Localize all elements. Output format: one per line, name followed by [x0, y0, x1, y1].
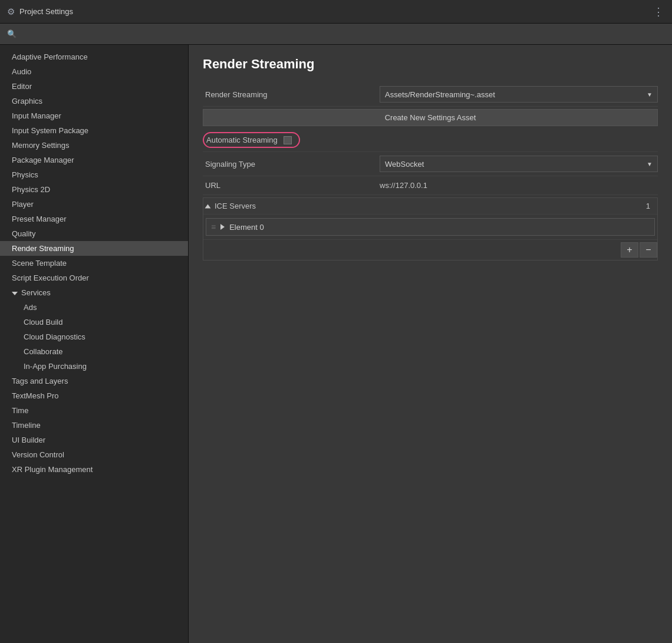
ice-servers-count: 1	[646, 202, 655, 210]
automatic-streaming-checkbox[interactable]	[284, 136, 292, 144]
sidebar-item-label: Preset Manager	[12, 215, 67, 223]
url-row: URL ws://127.0.0.1	[203, 176, 658, 195]
signaling-type-row: Signaling Type WebSocket ▼	[203, 152, 658, 176]
search-input[interactable]	[21, 29, 665, 38]
sidebar-item-version-control[interactable]: Version Control	[0, 447, 188, 462]
sidebar-item-audio[interactable]: Audio	[0, 64, 188, 79]
chevron-down-icon: ▼	[647, 91, 653, 98]
sidebar-item-tags-and-layers[interactable]: Tags and Layers	[0, 374, 188, 388]
sidebar-item-label: XR Plugin Management	[12, 465, 93, 474]
main-layout: Adaptive PerformanceAudioEditorGraphicsI…	[0, 45, 672, 643]
sidebar-item-collaborate[interactable]: Collaborate	[0, 344, 188, 359]
render-streaming-dropdown-value: Assets/RenderStreaming~.asset	[385, 90, 495, 99]
render-streaming-label: Render Streaming	[203, 90, 380, 99]
chevron-down-icon	[12, 288, 21, 297]
sidebar-item-label: Tags and Layers	[12, 377, 68, 385]
sidebar-item-quality[interactable]: Quality	[0, 226, 188, 241]
ice-servers-label: ICE Servers	[215, 202, 646, 210]
sidebar-item-label: Time	[12, 406, 28, 415]
sidebar-item-render-streaming[interactable]: Render Streaming	[0, 241, 188, 256]
sidebar-item-label: Physics	[12, 170, 38, 179]
sidebar-item-label: Ads	[24, 303, 37, 312]
sidebar-item-label: Input System Package	[12, 126, 88, 135]
sidebar-item-label: Graphics	[12, 97, 42, 105]
ice-servers-inner: ≡ Element 0	[203, 215, 657, 239]
sidebar-item-timeline[interactable]: Timeline	[0, 418, 188, 433]
sidebar-item-physics-2d[interactable]: Physics 2D	[0, 182, 188, 197]
sidebar-item-xr-plugin-management[interactable]: XR Plugin Management	[0, 462, 188, 477]
sidebar-item-textmesh-pro[interactable]: TextMesh Pro	[0, 388, 188, 403]
sidebar-item-adaptive-performance[interactable]: Adaptive Performance	[0, 50, 188, 64]
element-expand-icon[interactable]	[220, 224, 225, 230]
signaling-type-dropdown[interactable]: WebSocket ▼	[380, 156, 658, 172]
sidebar-item-label: Timeline	[12, 421, 41, 430]
sidebar-item-label: Audio	[12, 67, 31, 76]
sidebar-item-label: Cloud Diagnostics	[24, 332, 85, 341]
ice-element-0-row: ≡ Element 0	[206, 218, 655, 236]
sidebar-item-physics[interactable]: Physics	[0, 167, 188, 182]
remove-element-button[interactable]: −	[640, 242, 657, 258]
render-streaming-dropdown[interactable]: Assets/RenderStreaming~.asset ▼	[380, 86, 658, 103]
create-settings-row: Create New Settings Asset	[203, 107, 658, 128]
url-value: ws://127.0.0.1	[380, 181, 658, 190]
window-title: Project Settings	[19, 7, 73, 16]
sidebar-item-input-manager[interactable]: Input Manager	[0, 108, 188, 123]
element-0-label: Element 0	[229, 223, 650, 232]
title-bar: ⚙ Project Settings ⋮	[0, 0, 672, 24]
sidebar-item-label: TextMesh Pro	[12, 391, 58, 400]
ice-servers-block: ICE Servers 1 ≡ Element 0 + −	[203, 197, 658, 261]
settings-table: Render Streaming Assets/RenderStreaming~…	[203, 83, 658, 261]
sidebar-item-package-manager[interactable]: Package Manager	[0, 153, 188, 167]
sidebar-item-graphics[interactable]: Graphics	[0, 94, 188, 108]
drag-handle-icon[interactable]: ≡	[211, 222, 216, 232]
sidebar-item-label: Quality	[12, 229, 35, 238]
sidebar-item-label: Render Streaming	[12, 244, 74, 253]
search-icon: 🔍	[7, 29, 17, 38]
sidebar-item-label: Physics 2D	[12, 185, 50, 194]
sidebar-item-ui-builder[interactable]: UI Builder	[0, 433, 188, 447]
ice-servers-header[interactable]: ICE Servers 1	[203, 198, 657, 215]
sidebar-item-time[interactable]: Time	[0, 403, 188, 418]
signaling-type-value: WebSocket ▼	[380, 156, 658, 172]
sidebar-item-script-execution-order[interactable]: Script Execution Order	[0, 271, 188, 285]
render-streaming-row: Render Streaming Assets/RenderStreaming~…	[203, 83, 658, 107]
content-area: Render Streaming Render Streaming Assets…	[189, 45, 672, 643]
sidebar-item-scene-template[interactable]: Scene Template	[0, 256, 188, 271]
automatic-streaming-label: Automatic Streaming	[206, 136, 278, 144]
signaling-type-dropdown-value: WebSocket	[385, 160, 424, 169]
sidebar-item-label: Memory Settings	[12, 141, 70, 150]
chevron-down-icon: ▼	[647, 161, 653, 167]
sidebar-item-label: Cloud Build	[24, 318, 63, 327]
sidebar-item-label: Player	[12, 200, 34, 209]
sidebar-item-preset-manager[interactable]: Preset Manager	[0, 212, 188, 226]
create-settings-button[interactable]: Create New Settings Asset	[203, 109, 658, 126]
sidebar-item-in-app-purchasing[interactable]: In-App Purchasing	[0, 359, 188, 374]
sidebar: Adaptive PerformanceAudioEditorGraphicsI…	[0, 45, 189, 643]
sidebar-item-label: Editor	[12, 82, 32, 91]
page-title: Render Streaming	[203, 57, 658, 72]
sidebar-item-label: Input Manager	[12, 111, 61, 120]
sidebar-item-input-system-package[interactable]: Input System Package	[0, 123, 188, 138]
sidebar-item-label: UI Builder	[12, 436, 45, 444]
sidebar-item-services[interactable]: Services	[0, 285, 188, 300]
sidebar-item-label: In-App Purchasing	[24, 362, 87, 371]
menu-icon[interactable]: ⋮	[653, 5, 665, 18]
url-text-value: ws://127.0.0.1	[380, 181, 427, 190]
gear-icon: ⚙	[7, 6, 15, 17]
search-bar: 🔍	[0, 24, 672, 45]
sidebar-item-editor[interactable]: Editor	[0, 79, 188, 94]
sidebar-item-cloud-build[interactable]: Cloud Build	[0, 315, 188, 329]
sidebar-item-label: Adaptive Performance	[12, 52, 88, 61]
signaling-type-label: Signaling Type	[203, 160, 380, 169]
sidebar-item-label: Services	[21, 288, 51, 297]
sidebar-item-ads[interactable]: Ads	[0, 300, 188, 315]
render-streaming-value: Assets/RenderStreaming~.asset ▼	[380, 86, 658, 103]
sidebar-item-label: Scene Template	[12, 259, 67, 268]
automatic-streaming-row: Automatic Streaming	[203, 128, 658, 152]
automatic-streaming-highlight: Automatic Streaming	[203, 132, 300, 148]
sidebar-item-memory-settings[interactable]: Memory Settings	[0, 138, 188, 153]
sidebar-item-player[interactable]: Player	[0, 197, 188, 212]
ice-servers-expand-icon	[205, 204, 211, 208]
add-element-button[interactable]: +	[621, 242, 638, 258]
sidebar-item-cloud-diagnostics[interactable]: Cloud Diagnostics	[0, 329, 188, 344]
